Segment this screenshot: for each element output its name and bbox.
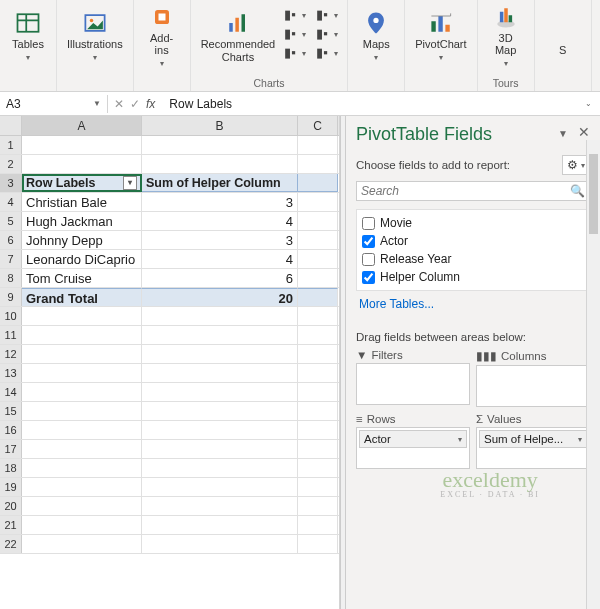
cell[interactable]: 4 (142, 250, 298, 268)
chart-type-button[interactable]: ▮▪▾ (281, 25, 309, 43)
cell[interactable] (22, 535, 142, 553)
cell[interactable] (22, 383, 142, 401)
cell[interactable] (298, 231, 338, 249)
cell[interactable] (298, 212, 338, 230)
row-header[interactable]: 13 (0, 364, 22, 382)
pane-menu-icon[interactable]: ▼ (558, 128, 568, 139)
cell[interactable] (298, 345, 338, 363)
cell[interactable] (22, 497, 142, 515)
ribbon-reccharts-button[interactable]: RecommendedCharts (197, 3, 280, 69)
field-search[interactable]: 🔍 (356, 181, 590, 201)
row-header[interactable]: 5 (0, 212, 22, 230)
field-item[interactable]: Release Year (359, 250, 587, 268)
cell[interactable] (298, 364, 338, 382)
row-header[interactable]: 9 (0, 288, 22, 306)
row-header[interactable]: 6 (0, 231, 22, 249)
close-icon[interactable]: ✕ (578, 124, 590, 140)
chevron-down-icon[interactable]: ⌄ (585, 99, 592, 108)
cell[interactable] (22, 326, 142, 344)
ribbon-tables-button[interactable]: Tables▾ (6, 3, 50, 69)
cell[interactable] (142, 136, 298, 154)
chart-type-button[interactable]: ▮▪▾ (313, 44, 341, 62)
cell[interactable] (142, 307, 298, 325)
area-rows-body[interactable]: Actor▾ (356, 427, 470, 469)
cell[interactable] (298, 478, 338, 496)
search-input[interactable] (361, 184, 570, 198)
row-header[interactable]: 7 (0, 250, 22, 268)
cell[interactable] (22, 478, 142, 496)
cancel-icon[interactable]: ✕ (114, 97, 124, 111)
chart-type-button[interactable]: ▮▪▾ (281, 6, 309, 24)
cell[interactable] (22, 516, 142, 534)
cell[interactable] (142, 345, 298, 363)
cell[interactable]: Hugh Jackman (22, 212, 142, 230)
row-header[interactable]: 1 (0, 136, 22, 154)
more-tables-link[interactable]: More Tables... (356, 291, 590, 317)
cell[interactable]: Leonardo DiCaprio (22, 250, 142, 268)
cell[interactable] (298, 402, 338, 420)
cell[interactable] (298, 174, 338, 192)
cell[interactable] (142, 383, 298, 401)
ribbon-3dmap-button[interactable]: 3DMap▾ (484, 3, 528, 69)
cell[interactable] (298, 136, 338, 154)
field-item[interactable]: Movie (359, 214, 587, 232)
cell[interactable] (22, 459, 142, 477)
cell[interactable]: Johnny Depp (22, 231, 142, 249)
ribbon-maps-button[interactable]: Maps▾ (354, 3, 398, 69)
col-header-A[interactable]: A (22, 116, 142, 135)
col-header-C[interactable]: C (298, 116, 338, 135)
cell[interactable]: 4 (142, 212, 298, 230)
row-header[interactable]: 16 (0, 421, 22, 439)
row-header[interactable]: 10 (0, 307, 22, 325)
cell[interactable] (142, 402, 298, 420)
chart-type-button[interactable]: ▮▪▾ (313, 25, 341, 43)
cell[interactable] (298, 459, 338, 477)
cell[interactable] (22, 402, 142, 420)
row-header[interactable]: 21 (0, 516, 22, 534)
cell[interactable] (298, 193, 338, 211)
ribbon-addins-button[interactable]: Add-ins▾ (140, 3, 184, 69)
cell[interactable] (142, 516, 298, 534)
cell[interactable] (22, 307, 142, 325)
cell[interactable] (22, 155, 142, 173)
area-values-body[interactable]: Sum of Helpe...▾ (476, 427, 590, 469)
cell[interactable] (298, 383, 338, 401)
cell[interactable]: Tom Cruise (22, 269, 142, 287)
cell[interactable] (298, 250, 338, 268)
cell[interactable] (22, 136, 142, 154)
cell[interactable] (142, 478, 298, 496)
cell[interactable]: Christian Bale (22, 193, 142, 211)
area-filters-body[interactable] (356, 363, 470, 405)
cell[interactable] (142, 155, 298, 173)
cell[interactable] (142, 421, 298, 439)
row-header[interactable]: 12 (0, 345, 22, 363)
area-field-pill[interactable]: Sum of Helpe...▾ (479, 430, 587, 448)
ribbon-illus-button[interactable]: Illustrations▾ (63, 3, 127, 69)
row-header[interactable]: 22 (0, 535, 22, 553)
cell[interactable]: 20 (142, 288, 298, 306)
cell[interactable]: Row Labels▾ (22, 174, 142, 192)
cell[interactable] (142, 326, 298, 344)
field-item[interactable]: Actor (359, 232, 587, 250)
cell[interactable] (298, 535, 338, 553)
cell[interactable] (298, 440, 338, 458)
cell[interactable] (142, 497, 298, 515)
area-columns-body[interactable] (476, 365, 590, 407)
cell[interactable] (298, 269, 338, 287)
field-checkbox[interactable] (362, 217, 375, 230)
cell[interactable] (142, 535, 298, 553)
cell[interactable] (142, 364, 298, 382)
accept-icon[interactable]: ✓ (130, 97, 140, 111)
chart-type-button[interactable]: ▮▪▾ (281, 44, 309, 62)
row-header[interactable]: 17 (0, 440, 22, 458)
row-header[interactable]: 15 (0, 402, 22, 420)
filter-dropdown-icon[interactable]: ▾ (123, 176, 137, 190)
vertical-scrollbar[interactable] (586, 140, 600, 609)
cell[interactable] (22, 345, 142, 363)
col-header-B[interactable]: B (142, 116, 298, 135)
scrollbar-thumb[interactable] (589, 154, 598, 234)
fx-icon[interactable]: fx (146, 97, 155, 111)
row-header[interactable]: 14 (0, 383, 22, 401)
row-header[interactable]: 19 (0, 478, 22, 496)
cell[interactable] (298, 497, 338, 515)
